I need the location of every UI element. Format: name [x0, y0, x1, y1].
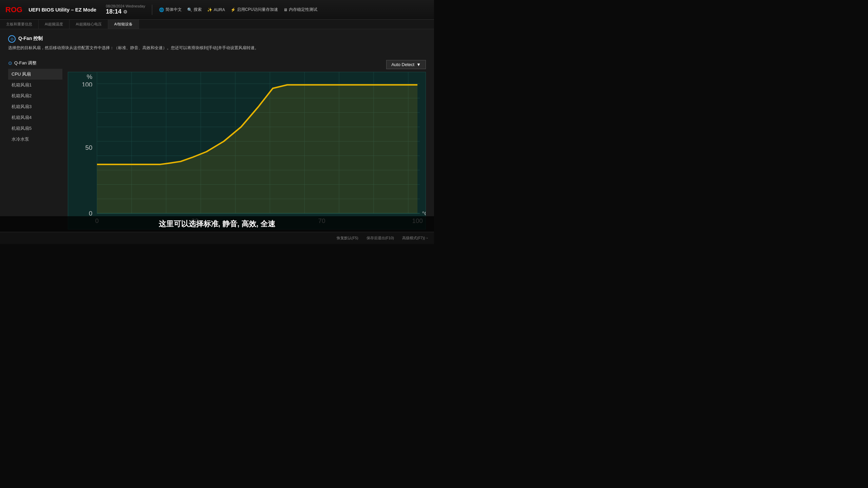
fan-item-case1[interactable]: 机箱风扇1: [8, 80, 62, 90]
chart-header: Auto Detect ▼: [68, 60, 426, 69]
chart-controls-section: Auto Detect ▼: [68, 60, 426, 232]
date-label: 08/28/2024 Wednesday: [106, 4, 145, 8]
right-panel: ⊙ Q-Fan 控制 选择您的目标风扇，然后移动滑块从这些配置文件中选择：（标准…: [0, 29, 434, 232]
svg-text:70: 70: [318, 218, 326, 225]
qfan-title-row: ⊙ Q-Fan 控制: [8, 35, 426, 43]
fan-curve-svg: 100 50 0 % 0 30 70 100 °C: [68, 72, 426, 228]
qfan-adjust-title: ⊙ Q-Fan 调整: [8, 60, 62, 66]
fan-item-case4[interactable]: 机箱风扇4: [8, 112, 62, 123]
svg-text:30: 30: [192, 218, 199, 225]
time-display: 18:14 ⚙: [106, 8, 145, 15]
status-bar: 恢复默认(F5) 保存后退出(F10) 高级模式(F7)|→: [0, 232, 434, 244]
nav-tabs: 主板和重要信息 AI超频温度 AI超频核心电压 AI智能设备: [0, 20, 434, 29]
menu-language[interactable]: 🌐 简体中文: [159, 7, 182, 13]
main-content: ⊙ Q-Fan 控制 选择您的目标风扇，然后移动滑块从这些配置文件中选择：（标准…: [0, 29, 434, 232]
menu-mem-test[interactable]: 🖥 内存稳定性测试: [283, 7, 317, 13]
divider: [152, 5, 152, 15]
svg-text:100: 100: [412, 218, 423, 225]
svg-text:°C: °C: [422, 210, 426, 217]
section-description: 选择您的目标风扇，然后移动滑块从这些配置文件中选择：（标准、静音、高效和全速）。…: [8, 45, 426, 51]
tab-main-info[interactable]: 主板和重要信息: [0, 20, 39, 29]
status-restore-defaults[interactable]: 恢复默认(F5): [337, 236, 358, 241]
auto-detect-button[interactable]: Auto Detect ▼: [386, 60, 426, 69]
fan-item-cpu[interactable]: CPU 风扇: [8, 69, 62, 80]
datetime-display: 08/28/2024 Wednesday 18:14 ⚙: [106, 4, 145, 15]
fan-item-case5[interactable]: 机箱风扇5: [8, 123, 62, 134]
section-title: Q-Fan 控制: [18, 36, 43, 42]
fan-chart: 100 50 0 % 0 30 70 100 °C: [68, 72, 426, 229]
menu-aura[interactable]: ✨ AURA: [207, 7, 225, 12]
status-save-exit[interactable]: 保存后退出(F10): [367, 236, 394, 241]
svg-text:100: 100: [82, 81, 92, 88]
rog-logo: ROG: [5, 5, 22, 14]
svg-text:0: 0: [95, 218, 99, 225]
svg-text:%: %: [87, 74, 93, 81]
tab-ai-smart[interactable]: AI智能设备: [108, 20, 139, 29]
tab-ai-oc-temp[interactable]: AI超频温度: [39, 20, 70, 29]
qfan-container: ⊙ Q-Fan 调整 CPU 风扇 机箱风扇1 机箱风扇2 机箱风扇3 机箱风扇…: [8, 60, 426, 232]
fan-item-waterpump[interactable]: 水冷水泵: [8, 134, 62, 145]
status-advanced-mode[interactable]: 高级模式(F7)|→: [402, 236, 429, 241]
svg-text:50: 50: [85, 144, 93, 151]
svg-text:0: 0: [89, 210, 92, 217]
top-bar: ROG UEFI BIOS Utility – EZ Mode 08/28/20…: [0, 0, 434, 20]
menu-search[interactable]: 🔍 搜索: [187, 7, 202, 13]
fan-item-case3[interactable]: 机箱风扇3: [8, 101, 62, 112]
tab-ai-oc-voltage[interactable]: AI超频核心电压: [70, 20, 108, 29]
menu-cpu-boost[interactable]: ⚡ 启用CPU访问量存加速: [231, 7, 278, 13]
bios-title: UEFI BIOS Utility – EZ Mode: [28, 7, 96, 13]
gear-icon[interactable]: ⚙: [123, 9, 127, 15]
qfan-section-icon: ⊙: [8, 35, 16, 43]
fan-list-section: ⊙ Q-Fan 调整 CPU 风扇 机箱风扇1 机箱风扇2 机箱风扇3 机箱风扇…: [8, 60, 62, 145]
top-menu: 🌐 简体中文 🔍 搜索 ✨ AURA ⚡ 启用CPU访问量存加速 🖥 内存稳定性…: [159, 7, 317, 13]
fan-item-case2[interactable]: 机箱风扇2: [8, 90, 62, 101]
section-header: ⊙ Q-Fan 控制 选择您的目标风扇，然后移动滑块从这些配置文件中选择：（标准…: [8, 35, 426, 56]
